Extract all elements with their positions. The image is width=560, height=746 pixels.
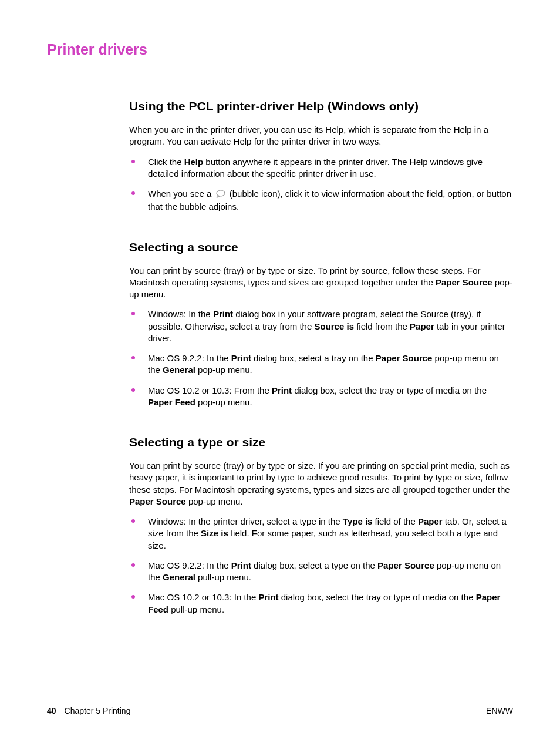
section-intro: You can print by source (tray) or by typ… xyxy=(129,460,513,508)
bullet-list: Windows: In the Print dialog box in your… xyxy=(129,308,513,408)
bold-text: General xyxy=(163,572,195,582)
bullet-icon xyxy=(131,160,135,163)
bullet-icon xyxy=(131,595,135,599)
bold-text: Paper xyxy=(418,516,443,526)
bullet-icon xyxy=(131,388,135,392)
footer-left: 40Chapter 5 Printing xyxy=(47,706,130,715)
bold-text: Paper Feed xyxy=(148,397,195,407)
list-text: Mac OS 9.2.2: In the xyxy=(148,353,231,363)
list-text: Mac OS 9.2.2: In the xyxy=(148,560,231,570)
bold-text: Print xyxy=(231,560,251,570)
bullet-icon xyxy=(131,519,135,523)
bullet-list: Click the Help button anywhere it appear… xyxy=(129,156,513,213)
list-text: dialog box, select a tray on the xyxy=(251,353,376,363)
bullet-icon xyxy=(131,563,135,567)
bold-text: Paper Source xyxy=(377,560,434,570)
bold-text: Source is xyxy=(314,321,354,331)
list-text: pop-up menu. xyxy=(195,365,252,375)
section-intro: When you are in the printer driver, you … xyxy=(129,124,513,148)
list-text: dialog box, select the tray or type of m… xyxy=(279,592,476,602)
bold-text: Size is xyxy=(201,528,228,538)
page-title: Printer drivers xyxy=(47,41,513,58)
bold-text: Print xyxy=(258,592,278,602)
bullet-icon xyxy=(131,312,135,315)
page-footer: 40Chapter 5 Printing ENWW xyxy=(47,706,513,715)
list-text: field from the xyxy=(354,321,410,331)
intro-text: You can print by source (tray) or by typ… xyxy=(129,266,481,287)
list-item: Mac OS 9.2.2: In the Print dialog box, s… xyxy=(129,352,513,377)
bullet-icon xyxy=(131,191,135,195)
svg-point-0 xyxy=(217,190,225,196)
list-text: Click the xyxy=(148,157,184,167)
list-item: When you see a (bubble icon), click it t… xyxy=(129,188,513,213)
list-text: Windows: In the printer driver, select a… xyxy=(148,516,343,526)
list-text: Windows: In the xyxy=(148,309,213,319)
chapter-label: Chapter 5 Printing xyxy=(65,706,131,715)
footer-right: ENWW xyxy=(486,706,513,715)
bold-text: Print xyxy=(272,385,292,395)
bold-text: Help xyxy=(184,157,204,167)
list-text: Mac OS 10.2 or 10.3: From the xyxy=(148,385,272,395)
list-text: dialog box, select the tray or type of m… xyxy=(292,385,487,395)
bold-text: Paper Source xyxy=(436,277,492,287)
intro-text: You can print by source (tray) or by typ… xyxy=(129,461,510,495)
bold-text: Type is xyxy=(343,516,373,526)
list-item: Windows: In the Print dialog box in your… xyxy=(129,308,513,344)
list-text: Mac OS 10.2 or 10.3: In the xyxy=(148,592,258,602)
list-item: Mac OS 9.2.2: In the Print dialog box, s… xyxy=(129,560,513,584)
intro-text: pop-up menu. xyxy=(186,496,243,506)
bold-text: Paper Source xyxy=(376,353,433,363)
bold-text: Print xyxy=(213,309,233,319)
list-item: Windows: In the printer driver, select a… xyxy=(129,516,513,552)
bullet-list: Windows: In the printer driver, select a… xyxy=(129,516,513,616)
section-intro: You can print by source (tray) or by typ… xyxy=(129,265,513,301)
section-heading-selecting-source: Selecting a source xyxy=(129,240,513,254)
content-area: Using the PCL printer-driver Help (Windo… xyxy=(129,99,513,616)
bubble-icon xyxy=(215,189,226,201)
list-item: Click the Help button anywhere it appear… xyxy=(129,156,513,180)
list-text: dialog box, select a type on the xyxy=(251,560,377,570)
bold-text: Paper xyxy=(410,321,434,331)
section-heading-pcl-help: Using the PCL printer-driver Help (Windo… xyxy=(129,99,513,113)
bold-text: Paper Source xyxy=(129,496,186,506)
bold-text: General xyxy=(163,365,195,375)
list-item: Mac OS 10.2 or 10.3: In the Print dialog… xyxy=(129,592,513,616)
list-text: field of the xyxy=(372,516,418,526)
list-text: pull-up menu. xyxy=(168,604,224,614)
bold-text: Print xyxy=(231,353,251,363)
list-text: When you see a xyxy=(148,189,214,199)
section-heading-selecting-type-size: Selecting a type or size xyxy=(129,435,513,449)
page-number: 40 xyxy=(47,706,56,715)
list-text: pull-up menu. xyxy=(195,572,251,582)
bullet-icon xyxy=(131,356,135,359)
list-text: pop-up menu. xyxy=(195,397,252,407)
list-item: Mac OS 10.2 or 10.3: From the Print dial… xyxy=(129,385,513,409)
